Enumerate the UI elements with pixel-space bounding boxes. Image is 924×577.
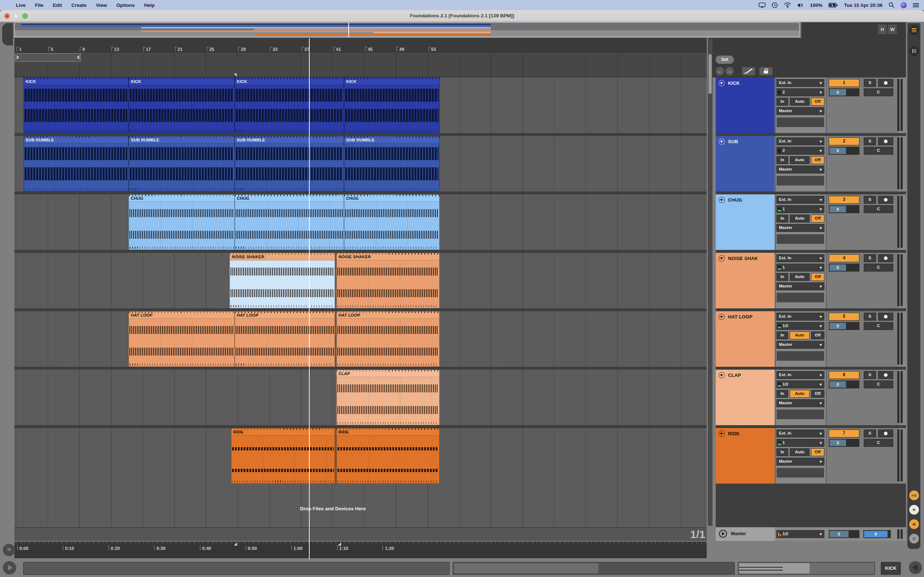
- track-color-block[interactable]: KICK: [716, 77, 775, 133]
- clip[interactable]: HAT LOOP: [336, 311, 439, 367]
- pan-slider[interactable]: 0: [829, 380, 859, 388]
- monitor-in-button[interactable]: In: [776, 156, 788, 164]
- monitor-auto-button[interactable]: Auto: [790, 98, 809, 106]
- track-delay-field[interactable]: [776, 292, 824, 303]
- track-lane[interactable]: CLAP: [15, 370, 707, 425]
- hide-detail-view-icon[interactable]: [909, 561, 922, 574]
- next-marker-button[interactable]: →: [725, 67, 734, 76]
- beat-time-ruler[interactable]: 1591317212529333741454953: [15, 38, 707, 53]
- input-type-select[interactable]: Ext. In: [776, 429, 824, 437]
- track-name[interactable]: CHUG: [728, 197, 742, 203]
- track-color-block[interactable]: CLAP: [716, 370, 775, 425]
- track-name[interactable]: NOISE SHAK: [728, 256, 758, 261]
- master-cue-out-select[interactable]: 1/2: [776, 530, 824, 538]
- monitor-in-button[interactable]: In: [776, 98, 788, 106]
- master-lane[interactable]: 1/1: [15, 527, 707, 541]
- track-activator-button[interactable]: 5: [829, 313, 859, 321]
- menu-live[interactable]: Live: [16, 3, 26, 8]
- solo-button[interactable]: S: [864, 371, 876, 379]
- follow-toggle-icon[interactable]: ≈: [3, 544, 15, 556]
- empty-track-area[interactable]: Drop Files and Devices Here: [15, 484, 707, 527]
- delay-section-toggle[interactable]: D: [909, 534, 919, 543]
- output-select[interactable]: Master: [776, 341, 824, 349]
- clip-preview-display[interactable]: [738, 562, 875, 575]
- track-delay-field[interactable]: [776, 468, 824, 478]
- pan-slider[interactable]: 0: [829, 439, 859, 447]
- track-color-block[interactable]: RIDE: [716, 428, 775, 484]
- track-name[interactable]: SUB: [728, 139, 738, 144]
- track-name[interactable]: HAT LOOP: [728, 314, 753, 319]
- arm-record-button[interactable]: [878, 196, 893, 204]
- monitor-in-button[interactable]: In: [776, 331, 788, 339]
- clip[interactable]: KICK: [344, 77, 439, 133]
- track-color-block[interactable]: SUB: [716, 136, 775, 192]
- horizontal-scrollbar[interactable]: [452, 562, 735, 575]
- arm-record-button[interactable]: [878, 429, 893, 437]
- siri-icon[interactable]: [901, 2, 907, 8]
- arm-record-button[interactable]: [878, 137, 893, 145]
- clip[interactable]: KICK: [234, 77, 344, 133]
- vertical-scrollbar[interactable]: [708, 39, 712, 526]
- track-activator-button[interactable]: 3: [829, 196, 859, 204]
- locator-marker[interactable]: [234, 74, 237, 76]
- horizontal-scrollbar-thumb[interactable]: [454, 563, 598, 574]
- track-color-block[interactable]: CHUG: [716, 194, 775, 250]
- clip[interactable]: NOISE SHAKER: [229, 253, 335, 308]
- track-color-block[interactable]: NOISE SHAK: [716, 253, 775, 308]
- input-channel-select[interactable]: 2: [776, 89, 824, 96]
- clip[interactable]: CHUG: [344, 194, 439, 250]
- io-section-toggle[interactable]: I·O: [909, 490, 919, 500]
- track-activator-button[interactable]: 4: [829, 254, 859, 262]
- track-header[interactable]: CLAPExt. In1/2InAutoOffMaster6S0C: [716, 370, 906, 425]
- clip[interactable]: HAT LOOP: [234, 311, 335, 367]
- unfold-track-icon[interactable]: [719, 139, 725, 145]
- unfold-track-icon[interactable]: [719, 372, 725, 378]
- solo-button[interactable]: S: [864, 196, 876, 204]
- track-color-block[interactable]: HAT LOOP: [716, 311, 775, 367]
- monitor-off-button[interactable]: Off: [811, 448, 824, 456]
- clip[interactable]: CLAP: [336, 370, 439, 425]
- monitor-off-button[interactable]: Off: [811, 331, 824, 339]
- clip[interactable]: SUB RUMBLE: [23, 136, 129, 192]
- set-button[interactable]: Set: [716, 56, 734, 64]
- menu-file[interactable]: File: [35, 3, 43, 8]
- input-channel-select[interactable]: 1/2: [776, 380, 824, 388]
- arrangement-lanes[interactable]: Drop Files and Devices Here KICKKICKKICK…: [15, 53, 707, 527]
- crossfade-button[interactable]: C: [864, 264, 893, 272]
- track-lane[interactable]: NOISE SHAKERNOISE SHAKER: [15, 253, 707, 308]
- output-select[interactable]: Master: [776, 399, 824, 407]
- track-header[interactable]: SUBExt. In2InAutoOffMaster2S0C: [716, 136, 906, 192]
- pan-slider[interactable]: 0: [829, 205, 859, 213]
- monitor-in-button[interactable]: In: [776, 390, 788, 398]
- time-machine-icon[interactable]: [772, 2, 778, 8]
- track-width-toggle-icon[interactable]: [909, 46, 919, 56]
- menu-clock[interactable]: Tue 15 Apr 20:36: [844, 3, 882, 8]
- track-activator-button[interactable]: 7: [829, 429, 859, 437]
- pan-slider[interactable]: 0: [829, 264, 859, 272]
- track-header[interactable]: RIDEExt. In1InAutoOffMaster7S0C: [716, 428, 906, 484]
- crossfade-button[interactable]: C: [864, 205, 893, 213]
- menu-help[interactable]: Help: [144, 3, 155, 8]
- solo-button[interactable]: S: [864, 429, 876, 437]
- track-delay-field[interactable]: [776, 351, 824, 361]
- monitor-in-button[interactable]: In: [776, 214, 788, 222]
- master-track-header[interactable]: Master 1/2 0 0: [716, 527, 906, 541]
- monitor-off-button[interactable]: Off: [811, 214, 824, 222]
- track-header[interactable]: HAT LOOPExt. In1/2InAutoOffMaster5S0C: [716, 311, 906, 367]
- track-lane[interactable]: RIDERIDE: [15, 428, 707, 484]
- input-type-select[interactable]: Ext. In: [776, 137, 824, 145]
- monitor-auto-button[interactable]: Auto: [790, 214, 809, 222]
- input-channel-select[interactable]: 1: [776, 264, 824, 272]
- crossfade-button[interactable]: C: [864, 380, 893, 388]
- vertical-scrollbar-thumb[interactable]: [709, 54, 712, 94]
- track-name[interactable]: KICK: [728, 81, 740, 86]
- track-lane[interactable]: CHUGCHUGCHUG: [15, 194, 707, 250]
- unfold-track-icon[interactable]: [719, 430, 725, 437]
- wifi-icon[interactable]: [784, 3, 791, 8]
- menu-view[interactable]: View: [96, 3, 107, 8]
- track-name[interactable]: RIDE: [728, 431, 740, 436]
- volume-icon[interactable]: [797, 3, 804, 8]
- overview-toggle-icon[interactable]: [909, 25, 919, 35]
- menu-edit[interactable]: Edit: [53, 3, 62, 8]
- clip[interactable]: SUB RUMBLE: [344, 136, 439, 192]
